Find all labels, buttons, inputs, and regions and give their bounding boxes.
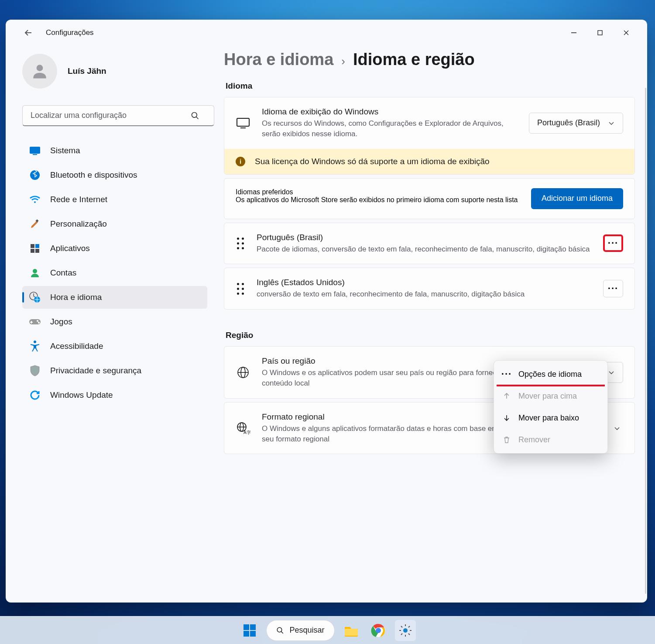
language-row-pt: Português (Brasil) Pacote de idiomas, co… — [224, 223, 635, 265]
svg-point-43 — [403, 628, 408, 633]
nav-windows-update[interactable]: Windows Update — [22, 384, 207, 406]
svg-rect-8 — [33, 154, 37, 155]
arrow-up-icon — [502, 391, 511, 401]
apps-icon — [29, 243, 41, 254]
breadcrumb-current: Idioma e região — [353, 50, 475, 69]
nav-label: Aplicativos — [50, 244, 90, 253]
search-icon — [191, 111, 199, 120]
search-input[interactable] — [22, 105, 214, 126]
taskbar: Pesquisar — [0, 616, 655, 644]
monitor-icon — [236, 116, 250, 131]
nav-label: Windows Update — [50, 390, 113, 400]
bluetooth-icon — [29, 169, 41, 181]
nav-label: Sistema — [50, 146, 80, 155]
svg-rect-22 — [30, 322, 33, 323]
scrollbar[interactable] — [645, 88, 646, 594]
info-icon: i — [236, 157, 245, 166]
avatar — [22, 54, 57, 89]
window-title: Configurações — [46, 28, 94, 37]
taskbar-search[interactable]: Pesquisar — [266, 620, 334, 641]
section-language: Idioma — [226, 81, 635, 91]
preferred-subtitle: Os aplicativos do Microsoft Store serão … — [236, 196, 522, 204]
svg-point-15 — [33, 269, 37, 273]
nav-time-language[interactable]: Hora e idioma — [22, 286, 207, 309]
trash-icon — [502, 435, 511, 444]
display-language-dropdown[interactable]: Português (Brasil) — [529, 113, 623, 134]
svg-line-38 — [281, 631, 284, 634]
nav-bluetooth[interactable]: Bluetooth e dispositivos — [22, 164, 207, 186]
banner-text: Sua licença do Windows só dá suporte a u… — [255, 157, 490, 166]
menu-language-options[interactable]: ··· Opções de idioma — [497, 363, 605, 385]
taskbar-chrome[interactable] — [368, 620, 389, 641]
nav-gaming[interactable]: Jogos — [22, 310, 207, 333]
language-name: Inglês (Estados Unidos) — [257, 278, 592, 287]
more-icon: ··· — [608, 238, 618, 248]
sidebar: Luís Jähn Sistema Bluetooth e dispositiv… — [6, 46, 219, 603]
brush-icon — [29, 218, 41, 230]
nav-apps[interactable]: Aplicativos — [22, 237, 207, 260]
expand-button[interactable] — [611, 425, 623, 432]
language-features: Pacote de idiomas, conversão de texto em… — [257, 244, 592, 255]
preferred-languages-group: Idiomas preferidos Os aplicativos do Mic… — [224, 178, 635, 219]
nav-system[interactable]: Sistema — [22, 139, 207, 162]
menu-move-up: Mover para cima — [497, 385, 605, 407]
taskbar-search-label: Pesquisar — [289, 626, 324, 635]
titlebar: Configurações — [6, 20, 647, 46]
update-icon — [29, 389, 41, 401]
shield-icon — [29, 365, 41, 376]
display-icon — [29, 145, 41, 156]
nav-network[interactable]: Rede e Internet — [22, 188, 207, 211]
nav-personalization[interactable]: Personalização — [22, 213, 207, 235]
nav-privacy[interactable]: Privacidade e segurança — [22, 359, 207, 382]
more-icon: ··· — [502, 369, 511, 379]
breadcrumb-parent[interactable]: Hora e idioma — [224, 50, 333, 69]
language-more-button[interactable]: ··· — [603, 234, 623, 252]
language-context-menu: ··· Opções de idioma Mover para cima Mov… — [494, 360, 608, 454]
drag-handle-icon[interactable] — [236, 238, 245, 249]
language-more-button[interactable]: ··· — [603, 280, 623, 297]
card-title: Idioma de exibição do Windows — [262, 107, 518, 117]
display-language-group: Idioma de exibição do Windows Os recurso… — [224, 97, 635, 175]
chevron-right-icon: › — [341, 55, 345, 68]
search-box — [22, 105, 207, 126]
add-language-button[interactable]: Adicionar um idioma — [531, 188, 623, 209]
card-subtitle: Os recursos do Windows, como Configuraçõ… — [262, 118, 518, 139]
start-button[interactable] — [239, 620, 260, 641]
minimize-button[interactable] — [561, 22, 587, 44]
maximize-button[interactable] — [587, 22, 613, 44]
language-features: conversão de texto em fala, reconhecimen… — [257, 289, 592, 300]
more-icon: ··· — [608, 284, 618, 293]
close-button[interactable] — [613, 22, 639, 44]
svg-rect-14 — [35, 249, 39, 253]
svg-point-37 — [278, 627, 282, 632]
svg-rect-7 — [30, 147, 40, 154]
settings-window: Configurações Luís Jähn Sistem — [6, 20, 647, 603]
nav-label: Jogos — [50, 317, 72, 327]
menu-label: Mover para baixo — [518, 413, 579, 423]
svg-point-5 — [192, 113, 197, 118]
taskbar-explorer[interactable] — [341, 620, 362, 641]
back-button[interactable] — [23, 28, 34, 38]
arrow-down-icon — [502, 413, 511, 423]
clock-globe-icon — [29, 292, 41, 303]
dropdown-value: Português (Brasil) — [537, 118, 600, 127]
accessibility-icon — [29, 341, 41, 352]
menu-move-down[interactable]: Mover para baixo — [497, 407, 605, 429]
preferred-title: Idiomas preferidos — [236, 188, 522, 196]
nav-accessibility[interactable]: Acessibilidade — [22, 335, 207, 358]
section-region: Região — [226, 331, 635, 340]
nav-accounts[interactable]: Contas — [22, 262, 207, 284]
chevron-down-icon — [608, 369, 615, 376]
main-content: Hora e idioma › Idioma e região Idioma I… — [219, 46, 647, 603]
profile[interactable]: Luís Jähn — [22, 54, 207, 89]
card-subtitle: O Windows e os aplicativos podem usar se… — [262, 368, 525, 389]
nav: Sistema Bluetooth e dispositivos Rede e … — [22, 139, 207, 406]
nav-label: Contas — [50, 268, 76, 278]
drag-handle-icon[interactable] — [236, 283, 245, 295]
nav-label: Rede e Internet — [50, 195, 107, 204]
svg-rect-39 — [345, 629, 358, 636]
svg-rect-35 — [243, 631, 249, 637]
svg-rect-33 — [243, 624, 249, 630]
svg-text:A字: A字 — [243, 430, 251, 435]
taskbar-settings[interactable] — [395, 620, 416, 641]
